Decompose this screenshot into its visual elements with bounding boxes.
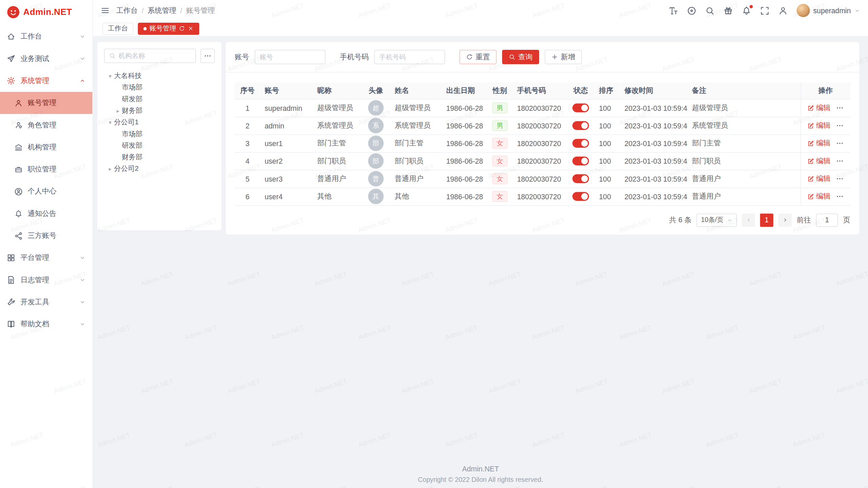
cell-birthdate: 1986-06-28 xyxy=(442,135,487,152)
user-icon[interactable] xyxy=(778,6,788,15)
font-size-icon[interactable] xyxy=(669,6,678,15)
sidebar-item-notice-manage[interactable]: 通知公告 xyxy=(0,203,93,225)
cell-modified-time: 2023-01-03 10:59:44 xyxy=(620,117,688,134)
cell-index: 2 xyxy=(235,117,260,134)
sidebar-item-personal-center[interactable]: 个人中心 xyxy=(0,180,93,202)
sidebar-item-position-manage[interactable]: 职位管理 xyxy=(0,158,93,180)
row-more-button[interactable] xyxy=(836,139,844,147)
tree-more-button[interactable] xyxy=(200,49,215,63)
edit-button[interactable]: 编辑 xyxy=(807,156,831,166)
sidebar-item-system-manage[interactable]: 系统管理 xyxy=(0,70,93,92)
account-filter-input[interactable] xyxy=(255,50,326,64)
tree-caret-icon[interactable]: ▾ xyxy=(106,120,114,126)
next-page-button[interactable] xyxy=(778,213,792,226)
tree-node[interactable]: ▸财务部 xyxy=(104,105,215,117)
edit-button[interactable]: 编辑 xyxy=(807,138,831,148)
bell-icon xyxy=(14,209,22,218)
tree-node[interactable]: 研发部 xyxy=(104,94,215,105)
phone-filter-input[interactable] xyxy=(374,50,445,64)
edit-button[interactable]: 编辑 xyxy=(807,103,831,113)
tab-2[interactable]: 账号管理 xyxy=(138,22,199,35)
page-size-select[interactable]: 10条/页 xyxy=(696,213,737,226)
gender-tag: 男 xyxy=(492,120,508,131)
tree-node[interactable]: ▾分公司1 xyxy=(104,117,215,128)
add-label: 新增 xyxy=(561,52,575,62)
grid-icon xyxy=(7,253,16,262)
reset-button[interactable]: 重置 xyxy=(459,50,496,64)
cell-status xyxy=(567,187,595,205)
notification-bell-icon[interactable] xyxy=(742,6,751,15)
edit-button[interactable]: 编辑 xyxy=(807,191,831,201)
sidebar-item-log-manage[interactable]: 日志管理 xyxy=(0,269,93,291)
sidebar-item-biz-test[interactable]: 业务测试 xyxy=(0,47,93,69)
fullscreen-icon[interactable] xyxy=(760,6,770,15)
doc-icon xyxy=(7,276,16,284)
status-toggle[interactable] xyxy=(572,139,589,148)
tree-node[interactable]: ▸分公司2 xyxy=(104,163,215,175)
sidebar-item-account-manage[interactable]: 账号管理 xyxy=(0,92,93,114)
cell-modified-time: 2023-01-03 10:59:44 xyxy=(620,170,688,187)
tree-node[interactable]: 市场部 xyxy=(104,128,215,140)
footer-copyright: Copyright © 2022 Dilon All rights reserv… xyxy=(93,476,868,484)
row-more-button[interactable] xyxy=(836,175,844,183)
tree-node[interactable]: ▾大名科技 xyxy=(104,70,215,82)
sidebar-item-platform-manage[interactable]: 平台管理 xyxy=(0,247,93,269)
status-toggle[interactable] xyxy=(572,175,589,183)
status-toggle[interactable] xyxy=(572,192,589,201)
theme-icon[interactable] xyxy=(687,6,696,15)
column-header: 备注 xyxy=(688,82,801,99)
sidebar-item-role-manage[interactable]: 角色管理 xyxy=(0,114,93,136)
cell-account: user3 xyxy=(260,170,313,187)
header: 工作台/系统管理/账号管理 superadmin xyxy=(93,0,868,21)
sidebar-item-label: 个人中心 xyxy=(28,186,57,196)
breadcrumb-item[interactable]: 系统管理 xyxy=(147,5,176,15)
query-button[interactable]: 查询 xyxy=(502,50,539,64)
status-toggle[interactable] xyxy=(572,104,589,113)
row-more-button[interactable] xyxy=(836,122,844,129)
tree-caret-icon[interactable]: ▸ xyxy=(106,166,114,172)
sidebar-item-workbench[interactable]: 工作台 xyxy=(0,25,93,47)
sidebar-item-third-account[interactable]: 三方账号 xyxy=(0,225,93,247)
goto-page-input[interactable] xyxy=(816,213,838,226)
chevron-right-icon xyxy=(782,217,788,223)
tab-1[interactable]: 工作台 xyxy=(102,22,133,35)
add-button[interactable]: 新增 xyxy=(545,50,582,64)
chevron-left-icon xyxy=(745,217,751,223)
menu-collapse-icon[interactable] xyxy=(101,6,110,15)
tree-caret-icon[interactable]: ▾ xyxy=(106,73,114,79)
row-more-button[interactable] xyxy=(836,104,844,112)
tree-caret-icon[interactable]: ▸ xyxy=(114,108,122,114)
row-more-button[interactable] xyxy=(836,157,844,165)
row-more-button[interactable] xyxy=(836,192,844,200)
edit-button[interactable]: 编辑 xyxy=(807,174,831,184)
page-number-button[interactable]: 1 xyxy=(760,213,773,226)
tree-node[interactable]: 财务部 xyxy=(104,151,215,163)
tree-node[interactable]: 研发部 xyxy=(104,140,215,151)
row-avatar: 部 xyxy=(368,153,384,169)
goto-label: 前往 xyxy=(796,215,811,225)
status-toggle[interactable] xyxy=(572,157,589,165)
org-search-input[interactable] xyxy=(118,52,191,60)
sidebar: Admin.NET 工作台业务测试系统管理账号管理角色管理机构管理职位管理个人中… xyxy=(0,0,93,488)
cell-status xyxy=(567,99,595,117)
search-icon[interactable] xyxy=(705,6,715,15)
sidebar-item-org-manage[interactable]: 机构管理 xyxy=(0,136,93,158)
breadcrumb-item[interactable]: 账号管理 xyxy=(186,5,215,15)
sidebar-item-help-docs[interactable]: 帮助文档 xyxy=(0,313,93,335)
cell-nickname: 超级管理员 xyxy=(313,99,361,117)
cell-avatar: 系 xyxy=(361,117,390,134)
component-icon[interactable] xyxy=(724,6,733,15)
sidebar-item-dev-tools[interactable]: 开发工具 xyxy=(0,291,93,313)
status-toggle[interactable] xyxy=(572,121,589,130)
notification-badge xyxy=(750,5,753,8)
cell-sort: 100 xyxy=(594,152,620,170)
breadcrumb: 工作台/系统管理/账号管理 xyxy=(116,5,215,15)
user-menu[interactable]: superadmin xyxy=(796,4,860,17)
tree-node[interactable]: 市场部 xyxy=(104,82,215,94)
logo[interactable]: Admin.NET xyxy=(0,0,93,24)
edit-button[interactable]: 编辑 xyxy=(807,121,831,130)
prev-page-button[interactable] xyxy=(742,213,755,226)
org-search-field[interactable] xyxy=(104,49,196,63)
breadcrumb-item[interactable]: 工作台 xyxy=(116,5,138,15)
sidebar-item-label: 机构管理 xyxy=(28,142,57,152)
